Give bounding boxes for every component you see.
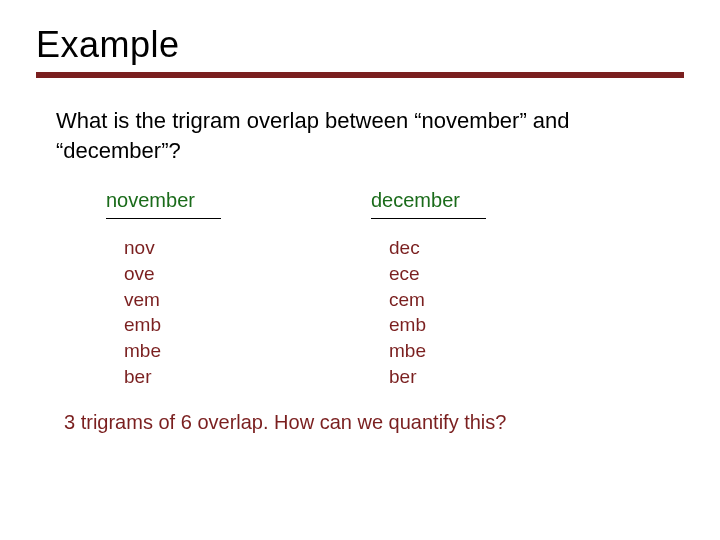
trigram: mbe [389, 338, 426, 364]
trigram: ber [124, 364, 161, 390]
column-rule [371, 218, 486, 219]
column-head: december [371, 189, 460, 212]
trigram: ece [389, 261, 426, 287]
trigram: vem [124, 287, 161, 313]
trigram: dec [389, 235, 426, 261]
column-december: december dec ece cem emb mbe ber [371, 189, 486, 389]
trigram: nov [124, 235, 161, 261]
trigram-list: nov ove vem emb mbe ber [124, 235, 161, 389]
footer-text: 3 trigrams of 6 overlap. How can we quan… [64, 411, 684, 434]
slide-title: Example [36, 24, 684, 66]
column-november: november nov ove vem emb mbe ber [106, 189, 221, 389]
trigram: cem [389, 287, 426, 313]
trigram: ove [124, 261, 161, 287]
column-head: november [106, 189, 195, 212]
trigram-list: dec ece cem emb mbe ber [389, 235, 426, 389]
trigram: mbe [124, 338, 161, 364]
trigram: emb [124, 312, 161, 338]
column-rule [106, 218, 221, 219]
title-rule [36, 72, 684, 78]
columns: november nov ove vem emb mbe ber decembe… [106, 189, 684, 389]
trigram: ber [389, 364, 426, 390]
trigram: emb [389, 312, 426, 338]
question-text: What is the trigram overlap between “nov… [56, 106, 636, 165]
slide: Example What is the trigram overlap betw… [0, 0, 720, 540]
